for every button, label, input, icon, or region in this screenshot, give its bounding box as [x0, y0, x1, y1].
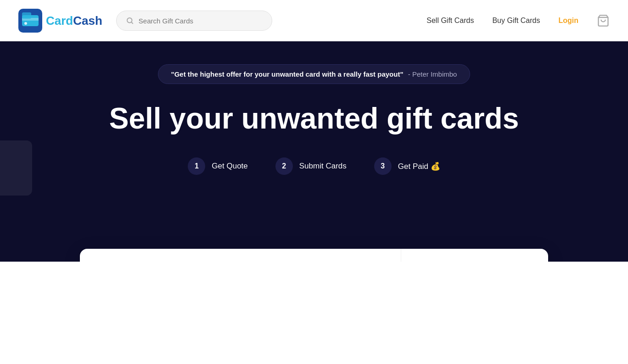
- search-icon: [126, 17, 134, 25]
- step-3-label: Get Paid 💰: [398, 162, 440, 171]
- header: CardCash Sell Gift Cards Buy Gift Cards …: [0, 0, 628, 41]
- nav: Sell Gift Cards Buy Gift Cards Login: [426, 14, 610, 27]
- logo[interactable]: CardCash: [18, 9, 102, 33]
- step-3-number: 3: [374, 157, 392, 175]
- step-1-number: 1: [188, 157, 205, 175]
- logo-card: Card: [46, 14, 73, 28]
- search-bar[interactable]: [116, 11, 272, 31]
- step-1-label: Get Quote: [212, 162, 247, 171]
- logo-icon: [18, 9, 42, 33]
- store-input-wrap: [80, 249, 401, 262]
- svg-line-6: [131, 22, 133, 23]
- spacer: [0, 262, 628, 363]
- logo-cash: Cash: [73, 14, 102, 28]
- balance-input-wrap: [401, 249, 548, 262]
- svg-point-5: [127, 18, 132, 23]
- steps-container: 1 Get Quote 2 Submit Cards 3 Get Paid 💰: [188, 157, 440, 175]
- nav-login-link[interactable]: Login: [558, 17, 578, 25]
- form-top-row: [80, 249, 548, 262]
- hero-title: Sell your unwanted gift cards: [109, 102, 519, 134]
- hero-section: "Get the highest offer for your unwanted…: [0, 41, 628, 262]
- testimonial-author: - Peter Imbimbo: [408, 70, 457, 78]
- search-input[interactable]: [139, 17, 263, 25]
- svg-rect-4: [22, 12, 31, 19]
- cart-icon[interactable]: [597, 14, 610, 27]
- nav-buy-link[interactable]: Buy Gift Cards: [492, 17, 540, 25]
- step-1: 1 Get Quote: [188, 157, 247, 175]
- step-3: 3 Get Paid 💰: [374, 157, 440, 175]
- step-2-label: Submit Cards: [299, 162, 347, 171]
- testimonial-quote: "Get the highest offer for your unwanted…: [171, 70, 404, 78]
- sell-form-card: Get offer: [80, 249, 548, 262]
- step-2: 2 Submit Cards: [275, 157, 347, 175]
- testimonial-badge: "Get the highest offer for your unwanted…: [158, 64, 471, 84]
- step-2-number: 2: [275, 157, 293, 175]
- svg-point-3: [24, 22, 27, 25]
- nav-sell-link[interactable]: Sell Gift Cards: [426, 17, 474, 25]
